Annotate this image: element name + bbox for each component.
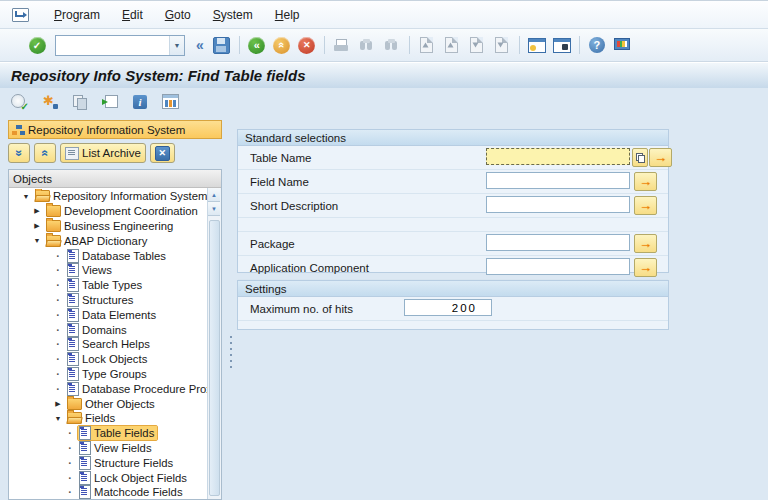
tree-item[interactable]: ·Views [9,263,207,278]
multiple-selection-button[interactable]: → [634,258,657,277]
menu-goto[interactable]: Goto [154,8,202,22]
tree-item-content[interactable]: View Fields [78,441,155,455]
sap-window-icon[interactable] [12,8,29,22]
multiple-values-button[interactable] [632,148,648,167]
tree-item-content[interactable]: Data Elements [66,308,159,322]
expand-node-icon[interactable]: ▶ [32,222,42,230]
package-input[interactable] [486,234,630,251]
first-page-button[interactable] [416,33,438,57]
list-archive-button[interactable]: List Archive [60,143,146,163]
tree-item[interactable]: ·Structure Fields [9,455,207,470]
menu-help[interactable]: Help [264,8,311,22]
tree-item[interactable]: ·Matchcode Fields [9,485,207,499]
tree-item[interactable]: ▼ABAP Dictionary [9,233,207,248]
get-variant-button[interactable] [39,90,61,114]
copy-button[interactable] [69,90,91,114]
tree-item-content[interactable]: Lock Objects [66,352,150,366]
tree-item-content[interactable]: Type Groups [66,367,150,381]
tree-item[interactable]: ·Data Elements [9,307,207,322]
short-description-input[interactable] [486,196,630,213]
tree-item[interactable]: ·View Fields [9,441,207,456]
tree-item-content[interactable]: Repository Information System [34,190,207,202]
tree-item[interactable]: ▶Business Engineering [9,219,207,234]
save-button[interactable] [211,33,233,57]
tree-item-content[interactable]: Structure Fields [78,456,176,470]
collapse-all-button[interactable] [34,143,56,163]
command-field[interactable] [56,37,169,54]
multiple-selection-button[interactable]: → [634,172,657,191]
expand-node-icon[interactable]: ▶ [32,207,42,215]
tree-item-content[interactable]: Search Helps [66,337,153,351]
tree-item[interactable]: ·Search Helps [9,337,207,352]
expand-all-button[interactable] [8,143,30,163]
application-component-input[interactable] [486,258,630,275]
tree-item-content[interactable]: Database Procedure Proxies [66,382,207,396]
tree-item[interactable]: ·Table Types [9,278,207,293]
enter-button[interactable] [26,33,48,57]
tree-item-content[interactable]: Views [66,263,115,277]
table-columns-button[interactable] [159,90,181,114]
find-button[interactable] [356,33,378,57]
close-button[interactable] [150,143,175,163]
next-page-button[interactable] [466,33,488,57]
tree-item-content[interactable]: Table Types [66,278,145,292]
tree-item-content[interactable]: Matchcode Fields [78,485,186,499]
tree-item[interactable]: ·Lock Object Fields [9,470,207,485]
tree-item[interactable]: ·Database Tables [9,248,207,263]
tree-item-content[interactable]: ABAP Dictionary [45,235,150,247]
panel-header[interactable]: Repository Information System [8,120,222,139]
tree-item-content[interactable]: Table Fields [78,426,157,440]
scroll-thumb[interactable] [209,220,220,496]
execute-button[interactable] [9,90,31,114]
cancel-button[interactable] [296,33,318,57]
tree-item[interactable]: ·Database Procedure Proxies [9,381,207,396]
prev-page-button[interactable] [441,33,463,57]
print-button[interactable] [331,33,353,57]
expand-node-icon[interactable]: ▶ [53,400,63,408]
menu-edit[interactable]: Edit [111,8,154,22]
collapse-node-icon[interactable]: ▼ [21,193,31,200]
tree-item-content[interactable]: Structures [66,293,136,307]
panel-splitter[interactable] [227,120,235,500]
create-shortcut-button[interactable] [551,33,573,57]
tree-item[interactable]: ·Lock Objects [9,352,207,367]
find-next-button[interactable] [381,33,403,57]
tree-item[interactable]: ▶Development Coordination [9,204,207,219]
tree-item[interactable]: ·Type Groups [9,367,207,382]
menu-system[interactable]: System [202,8,264,22]
tree-item[interactable]: ·Table Fields [9,426,207,441]
menu-program[interactable]: Program [43,8,111,22]
tree-item[interactable]: ▼Fields [9,411,207,426]
multiple-selection-button[interactable]: → [649,148,672,167]
multiple-selection-button[interactable]: → [634,196,657,215]
tree-item[interactable]: ·Domains [9,322,207,337]
tree-item-content[interactable]: Domains [66,323,130,337]
tree-item-content[interactable]: Development Coordination [45,205,201,217]
multiple-selection-button[interactable]: → [634,234,657,253]
table-name-input[interactable] [486,148,630,165]
help-button[interactable] [586,33,608,57]
info-button[interactable] [129,90,151,114]
tree-item[interactable]: ▶Other Objects [9,396,207,411]
last-page-button[interactable] [491,33,513,57]
tree-item-content[interactable]: Lock Object Fields [78,471,190,485]
splitter-handle[interactable] [229,334,233,370]
tree-scrollbar[interactable]: ▲ ▼ [207,188,221,499]
scroll-up-icon[interactable]: ▲ [208,188,220,202]
exit-button[interactable] [271,33,293,57]
back-button[interactable] [246,33,268,57]
scroll-down-icon[interactable]: ▼ [208,202,220,216]
collapse-command-icon[interactable]: « [192,37,208,53]
command-dropdown-icon[interactable]: ▼ [169,36,184,55]
new-session-button[interactable] [526,33,548,57]
collapse-node-icon[interactable]: ▼ [53,415,63,422]
display-frame-button[interactable] [99,90,121,114]
tree-item[interactable]: ▼Repository Information System [9,189,207,204]
tree-item[interactable]: ·Structures [9,293,207,308]
field-name-input[interactable] [486,172,630,189]
customize-layout-button[interactable] [611,33,633,57]
tree-item-content[interactable]: Database Tables [66,249,169,263]
tree-item-content[interactable]: Other Objects [66,398,158,410]
collapse-node-icon[interactable]: ▼ [32,237,42,244]
max-hits-input[interactable] [404,299,492,316]
